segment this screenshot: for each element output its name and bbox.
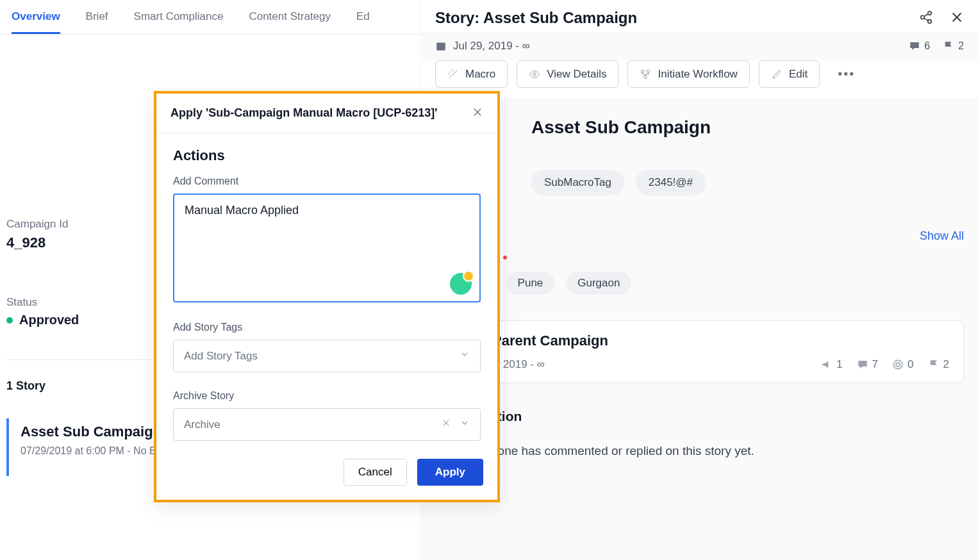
story-subtitle: Asset Sub Campaign: [531, 117, 964, 138]
svg-point-2: [928, 19, 932, 22]
pencil-icon: [771, 69, 783, 80]
parent-stat-flag: 2: [928, 358, 949, 371]
initiate-workflow-button[interactable]: Initiate Workflow: [627, 60, 749, 88]
flag-count[interactable]: 2: [943, 40, 964, 52]
macro-button[interactable]: Macro: [435, 60, 508, 88]
collaboration-empty-message: No one has commented or replied on this …: [479, 444, 754, 458]
parent-stat-target: 0: [892, 358, 913, 371]
tag-chip[interactable]: SubMacroTag: [531, 170, 624, 195]
chevron-down-icon: [460, 349, 470, 363]
actions-heading: Actions: [173, 147, 481, 164]
city-chip[interactable]: Pune: [506, 272, 555, 295]
share-icon[interactable]: [919, 10, 933, 26]
svg-point-12: [644, 76, 647, 79]
cancel-button[interactable]: Cancel: [344, 459, 407, 486]
tab-brief[interactable]: Brief: [86, 10, 108, 34]
view-details-button[interactable]: View Details: [517, 60, 618, 88]
svg-point-0: [928, 11, 932, 15]
more-menu-icon[interactable]: •••: [829, 60, 864, 88]
parent-stat-megaphone: 1: [821, 358, 842, 371]
tag-chip[interactable]: 2345!@#: [636, 170, 706, 195]
svg-point-15: [896, 363, 900, 366]
status-label: Status: [6, 296, 37, 309]
apply-button[interactable]: Apply: [417, 459, 483, 486]
wand-icon: [447, 69, 459, 80]
parent-campaign-title: Asset Parent Campaign: [450, 333, 949, 349]
svg-point-10: [642, 70, 645, 73]
avatar-icon: [450, 273, 472, 295]
clear-icon[interactable]: [442, 418, 451, 431]
tab-content-strategy[interactable]: Content Strategy: [249, 10, 331, 34]
parent-stat-comments: 7: [857, 358, 878, 371]
close-icon[interactable]: [950, 10, 964, 26]
show-all-link[interactable]: Show All: [920, 229, 964, 243]
edit-button[interactable]: Edit: [759, 60, 820, 88]
comment-count[interactable]: 6: [909, 40, 930, 52]
tag-chip-row: SubMacroTag 2345!@#: [531, 170, 964, 195]
add-comment-label: Add Comment: [173, 176, 481, 187]
status-value: Approved: [19, 313, 79, 327]
collaboration-section: Collaboration No one has commented or re…: [435, 409, 964, 464]
add-story-tags-select[interactable]: Add Story Tags: [173, 340, 481, 372]
svg-line-4: [924, 18, 928, 21]
archive-story-select[interactable]: Archive: [173, 408, 481, 441]
modal-close-button[interactable]: [472, 106, 483, 120]
svg-point-1: [921, 15, 925, 19]
chevron-down-icon: [460, 418, 470, 431]
collaboration-title: Collaboration: [435, 409, 964, 424]
city-chip[interactable]: Gurgaon: [566, 272, 631, 295]
svg-point-9: [533, 72, 536, 76]
close-icon: [472, 106, 483, 118]
comment-text: Manual Macro Applied: [185, 204, 299, 217]
add-story-tags-placeholder: Add Story Tags: [184, 350, 258, 363]
flag-icon: [943, 40, 954, 52]
comment-icon: [909, 40, 920, 52]
eye-icon: [529, 69, 540, 80]
comment-input[interactable]: Manual Macro Applied: [173, 194, 481, 302]
story-panel: Story: Asset Sub Campaign Jul 29, 2019 -…: [420, 0, 978, 560]
tab-smart-compliance[interactable]: Smart Compliance: [134, 10, 224, 34]
workflow-icon: [640, 69, 651, 80]
flag-icon: [928, 359, 940, 370]
calendar-icon: [435, 40, 447, 52]
indicator-dot-icon: [503, 256, 507, 259]
archive-story-label: Archive Story: [173, 390, 481, 402]
panel-date: Jul 29, 2019 - ∞: [435, 40, 530, 53]
svg-line-3: [924, 13, 928, 16]
modal-title: Apply 'Sub-Campaign Manual Macro [UCP-62…: [170, 106, 438, 120]
tab-truncated[interactable]: Ed: [356, 10, 370, 34]
apply-macro-modal: Apply 'Sub-Campaign Manual Macro [UCP-62…: [154, 91, 500, 502]
status-dot-icon: [6, 317, 13, 324]
target-icon: [892, 359, 904, 370]
city-chip-row: ngalore Pune Gurgaon: [435, 272, 964, 295]
panel-title: Story: Asset Sub Campaign: [435, 9, 637, 27]
comment-icon: [857, 359, 868, 370]
megaphone-icon: [821, 359, 833, 370]
svg-point-14: [893, 360, 902, 369]
parent-campaign-card[interactable]: Asset Parent Campaign Jul 29, 2019 - ∞ 1…: [435, 320, 964, 383]
archive-story-value: Archive: [184, 418, 220, 431]
tab-overview[interactable]: Overview: [12, 10, 60, 34]
svg-point-11: [647, 70, 651, 73]
add-story-tags-label: Add Story Tags: [173, 322, 481, 333]
svg-rect-8: [436, 43, 445, 45]
